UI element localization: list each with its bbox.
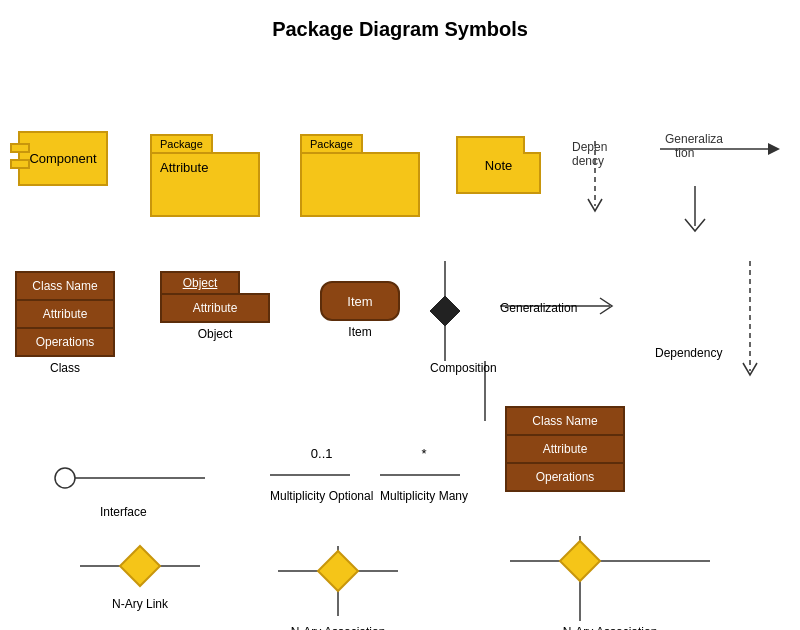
package2-symbol: Package xyxy=(300,134,420,217)
gen-mid-label: Generalization xyxy=(500,301,577,315)
interface-svg xyxy=(45,453,225,503)
diagram-area: Component Package Attribute Package Note… xyxy=(0,51,800,630)
mult-opt-label: Multiplicity Optional xyxy=(270,489,373,503)
class-box: Class Name Attribute Operations xyxy=(15,271,115,357)
comp-label: Composition xyxy=(430,361,497,375)
nary-assoc-label: N-Ary Association xyxy=(278,625,398,630)
package1-tab: Package xyxy=(150,134,213,152)
mult-many-label: Multiplicity Many xyxy=(380,489,468,503)
svg-text:tion: tion xyxy=(675,146,694,160)
nary-assoc-symbol: N-Ary Association xyxy=(278,541,398,630)
svg-marker-8 xyxy=(430,296,460,326)
class-right-operations: Operations xyxy=(507,464,623,490)
class-symbol: Class Name Attribute Operations Class xyxy=(15,271,115,375)
item-symbol: Item Item xyxy=(320,281,400,339)
object-body: Attribute xyxy=(160,293,270,323)
interface-label: Interface xyxy=(100,505,147,519)
mult-many-area: * Multiplicity Many xyxy=(380,446,468,503)
mult-many-value: * xyxy=(380,446,468,461)
class-name-section: Class Name xyxy=(17,273,113,301)
item-box: Item xyxy=(320,281,400,321)
package2-body xyxy=(300,152,420,217)
svg-point-14 xyxy=(55,468,75,488)
class-label: Class xyxy=(15,361,115,375)
component-tab1 xyxy=(10,143,30,153)
class-operations-section: Operations xyxy=(17,329,113,355)
nary-assoc-class-symbol: N-Ary AssociationClass xyxy=(510,531,710,630)
class-right-box: Class Name Attribute Operations xyxy=(505,406,625,492)
component-symbol: Component xyxy=(18,131,108,186)
svg-text:dency: dency xyxy=(572,154,604,168)
mult-opt-value: 0..1 xyxy=(270,446,373,461)
nary-link-svg xyxy=(80,541,200,591)
component-label: Component xyxy=(29,151,96,166)
object-tab: Object xyxy=(160,271,240,293)
svg-text:Generaliza: Generaliza xyxy=(665,132,723,146)
nary-link-label: N-Ary Link xyxy=(80,597,200,611)
mult-many-line xyxy=(380,465,460,485)
nary-link-symbol: N-Ary Link xyxy=(80,541,200,611)
class-right-attribute: Attribute xyxy=(507,436,623,464)
svg-marker-30 xyxy=(560,541,600,581)
component-box: Component xyxy=(18,131,108,186)
mult-opt-line xyxy=(270,465,350,485)
top-arrows-svg: Depen dency Generaliza tion xyxy=(550,131,790,261)
svg-marker-25 xyxy=(318,551,358,591)
package1-symbol: Package Attribute xyxy=(150,134,260,217)
package1-label: Attribute xyxy=(160,160,208,175)
page-title: Package Diagram Symbols xyxy=(0,0,800,51)
dep-mid-label: Dependency xyxy=(655,346,722,360)
svg-text:Depen: Depen xyxy=(572,140,607,154)
item-label: Item xyxy=(320,325,400,339)
class-right-symbol: Class Name Attribute Operations xyxy=(505,406,625,492)
nary-assoc-svg xyxy=(278,541,398,621)
note-label: Note xyxy=(485,158,512,173)
object-symbol: Object Attribute Object xyxy=(160,271,270,341)
nary-assoc-class-label: N-Ary AssociationClass xyxy=(510,625,710,630)
svg-marker-20 xyxy=(120,546,160,586)
package2-tab: Package xyxy=(300,134,363,152)
component-tab2 xyxy=(10,159,30,169)
note-symbol: Note xyxy=(456,136,541,194)
package1-body: Attribute xyxy=(150,152,260,217)
object-label: Object xyxy=(160,327,270,341)
note-corner xyxy=(523,136,541,154)
note-box: Note xyxy=(456,136,541,194)
class-right-name: Class Name xyxy=(507,408,623,436)
nary-assoc-class-svg xyxy=(510,531,710,621)
class-attribute-section: Attribute xyxy=(17,301,113,329)
mult-opt-area: 0..1 Multiplicity Optional xyxy=(270,446,373,503)
svg-marker-4 xyxy=(768,143,780,155)
